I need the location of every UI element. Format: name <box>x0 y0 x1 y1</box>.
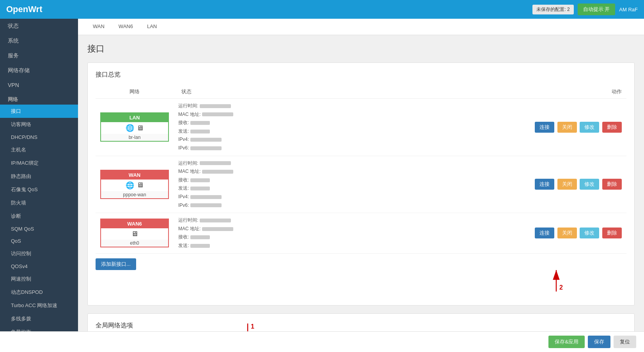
wan6-modify-button[interactable]: 修改 <box>580 228 599 238</box>
lan-ipv4-value <box>190 138 222 142</box>
add-interface-button[interactable]: 添加新接口... <box>96 258 136 270</box>
header: OpenWrt 未保存的配置: 2 自动提示 开 AM RaF <box>0 0 644 19</box>
main-layout: 状态 系统 服务 网络存储 VPN 网络 接口 访客网络 DHCP/DNS 主机… <box>0 19 644 331</box>
wan-delete-button[interactable]: 删除 <box>602 179 622 190</box>
wan-tx-value <box>190 187 210 190</box>
pc-icon: 🖥 <box>137 181 144 189</box>
wan-rx-value <box>190 178 210 182</box>
content-area: WAN WAN6 LAN 接口 接口总览 网络 状态 动作 <box>78 19 644 331</box>
lan-action-cell: 连接 关闭 修改 删除 <box>353 99 626 156</box>
sidebar-item-services[interactable]: 服务 <box>0 48 78 63</box>
footer: 保存&应用 保存 复位 <box>0 331 644 352</box>
wan6-delete-button[interactable]: 删除 <box>602 228 622 238</box>
wan-disconnect-button[interactable]: 关闭 <box>557 179 577 190</box>
wan-badge: WAN <box>101 171 168 180</box>
interface-overview-card: 接口总览 网络 状态 动作 <box>87 62 635 306</box>
sidebar-item-static-route[interactable]: 静态路由 <box>0 170 78 183</box>
lan-mac-value <box>202 112 233 116</box>
wan6-tx-value <box>190 244 210 248</box>
tabs-bar: WAN WAN6 LAN <box>78 19 644 35</box>
wan-action-cell: 连接 关闭 修改 删除 <box>353 156 626 213</box>
wan-connect-button[interactable]: 连接 <box>535 179 554 190</box>
lan-disconnect-button[interactable]: 关闭 <box>557 122 577 133</box>
logo: OpenWrt <box>6 4 42 14</box>
lan-delete-button[interactable]: 删除 <box>602 122 622 133</box>
sidebar-item-speed-ctrl[interactable]: 网速控制 <box>0 272 78 286</box>
sidebar-item-dhcp[interactable]: DHCP/DNS <box>0 131 78 143</box>
sidebar-item-vpn[interactable]: VPN <box>0 78 78 92</box>
unsaved-badge: 未保存的配置: 2 <box>532 5 573 14</box>
wan-sublabel: pppoe-wan <box>101 191 168 198</box>
svg-text:1: 1 <box>251 323 254 330</box>
wan6-disconnect-button[interactable]: 关闭 <box>557 228 577 238</box>
global-options-card: 全局网络选项 IPv6 ULA 前缀 1 <box>87 313 635 332</box>
sidebar-item-qos[interactable]: QoS <box>0 235 78 247</box>
sidebar-item-ddns[interactable]: 动态DNSPOD <box>0 286 78 299</box>
sidebar: 状态 系统 服务 网络存储 VPN 网络 接口 访客网络 DHCP/DNS 主机… <box>0 19 78 331</box>
lan-modify-button[interactable]: 修改 <box>580 122 599 133</box>
tab-wan6[interactable]: WAN6 <box>112 19 140 35</box>
page-title: 接口 <box>87 43 635 55</box>
sidebar-item-load-balance[interactable]: 负载均衡 <box>0 325 78 331</box>
interface-table: 网络 状态 动作 LAN 🌐 <box>96 85 626 254</box>
table-row: WAN 🌐 🖥 pppoe-wan 运行时间: <box>96 156 626 213</box>
wan6-uptime-value <box>200 219 231 222</box>
wan-status-cell: 运行时间: MAC 地址: 接收: 发送: IPv4: IPv6: <box>174 156 353 213</box>
sidebar-group-network: 网络 <box>0 92 78 105</box>
sidebar-item-multiwan[interactable]: 多线多拨 <box>0 312 78 325</box>
page-content: 接口 接口总览 网络 状态 动作 <box>78 35 644 331</box>
wan6-connect-button[interactable]: 连接 <box>535 228 554 238</box>
sidebar-item-ipmac[interactable]: IP/MAC绑定 <box>0 156 78 170</box>
wan-ipv4-value <box>190 195 222 199</box>
save-apply-button[interactable]: 保存&应用 <box>548 336 585 348</box>
wan6-badge: WAN6 <box>101 219 168 228</box>
lan-rx-value <box>190 121 210 125</box>
save-button[interactable]: 保存 <box>588 336 610 348</box>
wan6-network-cell: WAN6 🖥 eth0 <box>96 213 174 253</box>
lan-tx-value <box>190 130 210 133</box>
wan6-sublabel: eth0 <box>101 240 168 247</box>
sidebar-item-sqm-qos2[interactable]: 石像鬼 QoS <box>0 183 78 196</box>
global-options-title: 全局网络选项 <box>96 322 626 330</box>
tab-wan[interactable]: WAN <box>86 19 112 35</box>
sidebar-item-access-ctrl[interactable]: 访问控制 <box>0 247 78 260</box>
overview-card-title: 接口总览 <box>96 71 626 79</box>
tab-lan[interactable]: LAN <box>140 19 164 35</box>
globe-icon: 🌐 <box>126 124 134 132</box>
wan6-status-cell: 运行时间: MAC 地址: 接收: 发送: <box>174 213 353 253</box>
wan-icons: 🌐 🖥 <box>101 180 168 191</box>
sidebar-item-turbo-acc[interactable]: Turbo ACC 网络加速 <box>0 299 78 312</box>
lan-ipv6-value <box>190 146 222 150</box>
sidebar-item-sqm[interactable]: SQM QoS <box>0 223 78 235</box>
auto-save-button[interactable]: 自动提示 开 <box>578 4 616 15</box>
lan-sublabel: br-lan <box>101 134 168 141</box>
sidebar-item-storage[interactable]: 网络存储 <box>0 63 78 78</box>
sidebar-item-firewall[interactable]: 防火墙 <box>0 196 78 210</box>
lan-status-cell: 运行时间: MAC 地址: 接收: 发送: IPv4: IPv6: <box>174 99 353 156</box>
annotation-arrow-2: 2 <box>517 266 595 293</box>
sidebar-item-qosv4[interactable]: QOSv4 <box>0 260 78 272</box>
reset-button[interactable]: 复位 <box>614 336 636 348</box>
col-actions: 动作 <box>353 85 626 99</box>
wan6-rx-value <box>190 235 210 239</box>
wan-ipv6-value <box>190 203 222 207</box>
table-row: LAN 🌐 🖥 br-lan 运行时间: M <box>96 99 626 156</box>
sidebar-item-status[interactable]: 状态 <box>0 19 78 34</box>
sidebar-item-guest[interactable]: 访客网络 <box>0 118 78 131</box>
wan-modify-button[interactable]: 修改 <box>580 179 599 190</box>
pc-icon: 🖥 <box>131 230 138 238</box>
sidebar-item-diagnostics[interactable]: 诊断 <box>0 210 78 223</box>
header-right: 未保存的配置: 2 自动提示 开 AM RaF <box>532 4 638 15</box>
globe-icon: 🌐 <box>126 181 134 190</box>
wan-uptime-value <box>200 161 231 165</box>
wan6-action-cell: 连接 关闭 修改 删除 <box>353 213 626 253</box>
lan-network-cell: LAN 🌐 🖥 br-lan <box>96 99 174 156</box>
sidebar-item-system[interactable]: 系统 <box>0 34 78 48</box>
wan6-mac-value <box>202 227 233 231</box>
user-info: AM RaF <box>619 7 638 12</box>
lan-connect-button[interactable]: 连接 <box>535 122 554 133</box>
sidebar-item-interface[interactable]: 接口 <box>0 105 78 118</box>
lan-uptime-value <box>200 104 231 108</box>
annotation-arrow-1: 1 <box>224 322 271 332</box>
sidebar-item-hostname[interactable]: 主机名 <box>0 143 78 156</box>
